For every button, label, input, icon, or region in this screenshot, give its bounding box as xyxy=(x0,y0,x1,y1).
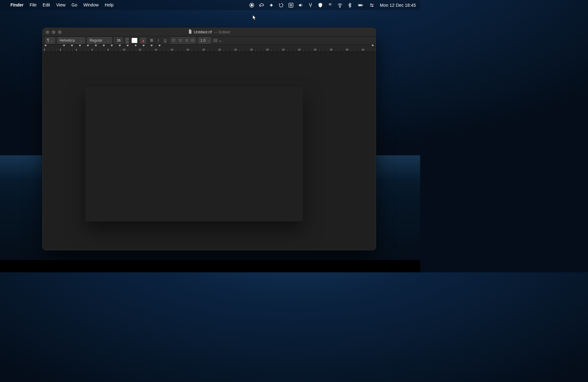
letterbox-bottom xyxy=(0,260,420,272)
ruler-label: 6 xyxy=(91,48,93,51)
svg-point-9 xyxy=(214,39,214,40)
traffic-zoom[interactable] xyxy=(58,30,62,34)
fan-icon[interactable] xyxy=(267,0,276,10)
font-size-field[interactable]: 36 xyxy=(114,37,123,43)
svg-rect-5 xyxy=(359,5,362,6)
control-center-icon[interactable] xyxy=(368,0,376,10)
ruler-tab-marker[interactable] xyxy=(158,45,161,47)
ruler-tab-marker[interactable] xyxy=(134,45,137,47)
font-style-value: Regular xyxy=(89,38,102,43)
font-family-dropdown[interactable]: Helvetica ⌄ xyxy=(57,37,85,43)
text-color-swatch[interactable] xyxy=(131,38,138,43)
svg-point-3 xyxy=(340,6,340,7)
menu-window[interactable]: Window xyxy=(80,0,102,10)
menubar-status-area: Mon 12 Dec 18:45 xyxy=(247,0,416,10)
tuning-fork-icon[interactable] xyxy=(306,0,315,10)
ruler-label: 14 xyxy=(154,48,157,51)
list-style-dropdown[interactable]: ⌄ xyxy=(213,38,222,43)
ruler-label: 30 xyxy=(282,48,285,51)
ruler-tab-marker[interactable] xyxy=(103,45,105,47)
svg-rect-6 xyxy=(363,5,363,6)
svg-point-7 xyxy=(371,4,371,5)
record-icon[interactable] xyxy=(247,0,256,10)
ruler-tab-marker[interactable] xyxy=(71,45,73,47)
align-center-button[interactable] xyxy=(177,38,183,43)
textedit-window: Untitled.rtf — Edited ¶ ⌄ Helvetica ⌄ Re… xyxy=(42,28,376,250)
menu-edit[interactable]: Edit xyxy=(40,0,53,10)
ruler-label: 2 xyxy=(59,48,61,51)
ghost-subwindow xyxy=(85,87,303,221)
ruler-tab-marker[interactable] xyxy=(126,45,129,47)
window-title: Untitled.rtf xyxy=(194,30,212,34)
ruler-label: 8 xyxy=(107,48,109,51)
ruler-left-indent[interactable] xyxy=(44,45,47,47)
dropbox-icon[interactable] xyxy=(326,0,334,10)
cloud-sync-icon[interactable] xyxy=(257,0,266,10)
command-icon[interactable] xyxy=(287,0,295,10)
ruler-tab-marker[interactable] xyxy=(79,45,81,47)
ruler-tab-marker[interactable] xyxy=(150,45,153,47)
ruler-tab-marker[interactable] xyxy=(63,45,65,47)
chevron-updown-icon: ⌄ xyxy=(207,39,210,42)
highlight-color-swatch[interactable]: a xyxy=(140,38,146,43)
align-left-button[interactable] xyxy=(171,38,177,43)
font-size-stepper[interactable] xyxy=(125,38,129,43)
align-justify-button[interactable] xyxy=(189,38,195,43)
volume-icon[interactable] xyxy=(296,0,305,10)
app-menu[interactable]: Finder xyxy=(7,0,27,10)
titlebar[interactable]: Untitled.rtf — Edited xyxy=(43,28,376,36)
stepper-down[interactable] xyxy=(125,41,129,43)
ruler-label: 32 xyxy=(298,48,301,51)
menu-go[interactable]: Go xyxy=(69,0,81,10)
chevron-down-icon: ⌄ xyxy=(80,39,83,42)
bluetooth-icon[interactable] xyxy=(345,0,354,10)
ruler-label: 26 xyxy=(250,48,253,51)
ruler-right-indent[interactable] xyxy=(371,45,374,47)
battery-icon[interactable] xyxy=(355,0,366,10)
shield-icon[interactable] xyxy=(316,0,325,10)
ruler-tab-marker[interactable] xyxy=(87,45,89,47)
align-right-button[interactable] xyxy=(183,38,189,43)
svg-point-11 xyxy=(214,41,214,42)
bold-button[interactable]: B xyxy=(149,37,155,43)
line-spacing-dropdown[interactable]: 1.0 ⌄ xyxy=(198,37,211,43)
italic-button[interactable]: I xyxy=(155,37,161,43)
wifi-icon[interactable] xyxy=(336,0,344,10)
menubar-clock[interactable]: Mon 12 Dec 18:45 xyxy=(377,3,416,8)
ruler-label: 20 xyxy=(202,48,205,51)
font-style-dropdown[interactable]: Regular ⌄ xyxy=(87,37,112,43)
ruler-tab-marker[interactable] xyxy=(111,45,113,47)
document-editor[interactable] xyxy=(43,51,376,250)
traffic-close[interactable] xyxy=(46,30,49,34)
loop-icon[interactable] xyxy=(277,0,285,10)
svg-point-8 xyxy=(372,6,373,6)
ruler-label: 12 xyxy=(138,48,141,51)
svg-point-10 xyxy=(214,40,214,41)
ruler-tab-marker[interactable] xyxy=(95,45,97,47)
line-spacing-value: 1.0 xyxy=(200,38,205,43)
chevron-down-icon: ⌄ xyxy=(219,38,222,43)
ruler-tab-marker[interactable] xyxy=(142,45,145,47)
ruler-label: 28 xyxy=(266,48,269,51)
chevron-down-icon: ⌄ xyxy=(107,39,110,42)
stepper-up[interactable] xyxy=(125,38,129,40)
ruler-label: 36 xyxy=(330,48,333,51)
font-family-value: Helvetica xyxy=(59,38,74,43)
ruler-label: 40 xyxy=(361,48,364,51)
document-icon xyxy=(188,29,192,35)
traffic-minimize[interactable] xyxy=(52,30,55,34)
menu-help[interactable]: Help xyxy=(102,0,117,10)
paragraph-style-dropdown[interactable]: ¶ ⌄ xyxy=(46,37,55,43)
mouse-cursor xyxy=(252,15,257,21)
ruler-label: 16 xyxy=(170,48,173,51)
ruler-label: 0 xyxy=(43,48,45,51)
window-edited-status: — Edited xyxy=(214,30,230,34)
menu-view[interactable]: View xyxy=(53,0,68,10)
ruler-tab-marker[interactable] xyxy=(119,45,121,47)
underline-button[interactable]: U xyxy=(162,37,168,43)
menu-file[interactable]: File xyxy=(27,0,40,10)
format-toolbar: ¶ ⌄ Helvetica ⌄ Regular ⌄ 36 a B I U xyxy=(43,36,376,45)
highlight-sample: a xyxy=(142,39,144,42)
ruler-label: 4 xyxy=(75,48,77,51)
ruler[interactable]: 0246810121416182022242628303234363840 xyxy=(43,45,376,51)
